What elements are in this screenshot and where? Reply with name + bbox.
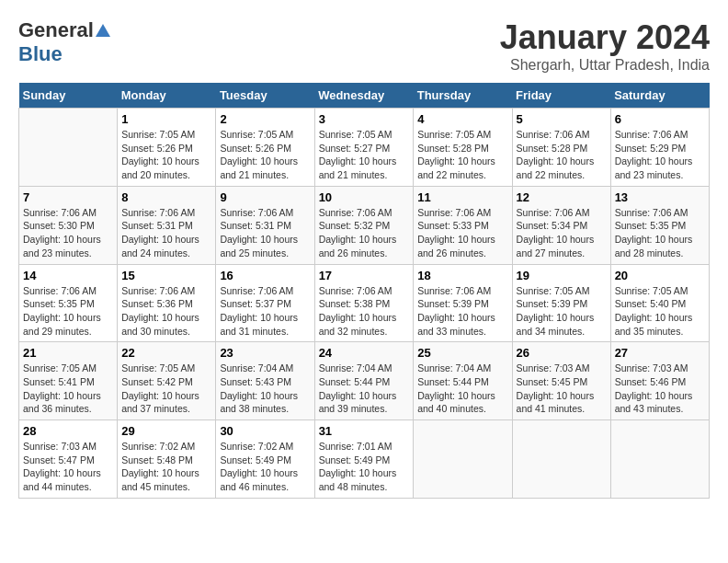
daylight-hours: Daylight: 10 hours and 27 minutes. (517, 234, 595, 259)
logo-triangle-icon (96, 24, 110, 37)
calendar-cell: 2 Sunrise: 7:05 AM Sunset: 5:26 PM Dayli… (216, 109, 314, 187)
calendar-subtitle: Shergarh, Uttar Pradesh, India (500, 57, 710, 74)
daylight-hours: Daylight: 10 hours and 28 minutes. (615, 234, 693, 259)
sunset-time: Sunset: 5:38 PM (319, 298, 391, 309)
daylight-hours: Daylight: 10 hours and 23 minutes. (615, 155, 693, 180)
day-header-sunday: Sunday (19, 83, 118, 109)
day-info: Sunrise: 7:05 AM Sunset: 5:39 PM Dayligh… (517, 284, 607, 339)
day-info: Sunrise: 7:03 AM Sunset: 5:47 PM Dayligh… (23, 440, 113, 494)
day-number: 28 (23, 424, 113, 438)
day-info: Sunrise: 7:05 AM Sunset: 5:40 PM Dayligh… (615, 284, 705, 339)
day-info: Sunrise: 7:06 AM Sunset: 5:32 PM Dayligh… (319, 206, 410, 260)
day-info: Sunrise: 7:06 AM Sunset: 5:33 PM Dayligh… (417, 206, 507, 260)
calendar-week-row: 7 Sunrise: 7:06 AM Sunset: 5:30 PM Dayli… (19, 186, 710, 264)
sunrise-time: Sunrise: 7:05 AM (417, 129, 491, 140)
calendar-cell (512, 420, 610, 499)
page-header: General Blue January 2024 Shergarh, Utta… (18, 18, 710, 74)
title-section: January 2024 Shergarh, Uttar Pradesh, In… (500, 18, 710, 74)
daylight-hours: Daylight: 10 hours and 45 minutes. (121, 467, 199, 492)
sunrise-time: Sunrise: 7:06 AM (319, 207, 392, 218)
sunset-time: Sunset: 5:39 PM (517, 298, 588, 309)
day-info: Sunrise: 7:05 AM Sunset: 5:26 PM Dayligh… (220, 128, 310, 182)
sunset-time: Sunset: 5:32 PM (319, 220, 391, 231)
sunrise-time: Sunrise: 7:03 AM (517, 362, 590, 373)
day-number: 14 (23, 269, 113, 282)
calendar-cell: 29 Sunrise: 7:02 AM Sunset: 5:48 PM Dayl… (118, 420, 216, 499)
day-info: Sunrise: 7:06 AM Sunset: 5:31 PM Dayligh… (220, 206, 310, 260)
sunrise-time: Sunrise: 7:05 AM (220, 129, 293, 140)
sunrise-time: Sunrise: 7:06 AM (417, 285, 491, 296)
sunrise-time: Sunrise: 7:06 AM (517, 129, 590, 140)
day-number: 27 (615, 346, 705, 360)
calendar-cell: 6 Sunrise: 7:06 AM Sunset: 5:29 PM Dayli… (610, 109, 709, 187)
sunset-time: Sunset: 5:28 PM (417, 143, 489, 154)
day-info: Sunrise: 7:03 AM Sunset: 5:45 PM Dayligh… (517, 362, 607, 416)
sunrise-time: Sunrise: 7:06 AM (319, 285, 392, 296)
daylight-hours: Daylight: 10 hours and 46 minutes. (220, 467, 298, 492)
calendar-cell: 26 Sunrise: 7:03 AM Sunset: 5:45 PM Dayl… (512, 342, 610, 420)
day-number: 5 (517, 112, 607, 126)
day-header-wednesday: Wednesday (314, 83, 414, 109)
day-number: 24 (319, 346, 410, 360)
daylight-hours: Daylight: 10 hours and 33 minutes. (417, 312, 495, 337)
daylight-hours: Daylight: 10 hours and 48 minutes. (319, 467, 397, 492)
day-number: 3 (319, 112, 410, 126)
sunset-time: Sunset: 5:48 PM (121, 454, 193, 465)
sunrise-time: Sunrise: 7:04 AM (220, 362, 293, 373)
sunset-time: Sunset: 5:44 PM (319, 376, 391, 387)
sunrise-time: Sunrise: 7:06 AM (220, 207, 293, 218)
calendar-week-row: 21 Sunrise: 7:05 AM Sunset: 5:41 PM Dayl… (19, 342, 710, 420)
day-info: Sunrise: 7:02 AM Sunset: 5:49 PM Dayligh… (220, 440, 310, 494)
daylight-hours: Daylight: 10 hours and 32 minutes. (319, 312, 397, 337)
daylight-hours: Daylight: 10 hours and 22 minutes. (417, 155, 495, 180)
sunrise-time: Sunrise: 7:06 AM (23, 207, 97, 218)
sunset-time: Sunset: 5:49 PM (220, 454, 291, 465)
calendar-cell: 16 Sunrise: 7:06 AM Sunset: 5:37 PM Dayl… (216, 264, 314, 342)
day-number: 20 (615, 269, 705, 282)
day-header-tuesday: Tuesday (216, 83, 314, 109)
daylight-hours: Daylight: 10 hours and 35 minutes. (615, 312, 693, 337)
day-number: 16 (220, 269, 310, 282)
sunset-time: Sunset: 5:44 PM (417, 376, 489, 387)
logo-general: General (18, 18, 94, 42)
sunrise-time: Sunrise: 7:03 AM (615, 362, 688, 373)
day-info: Sunrise: 7:06 AM Sunset: 5:34 PM Dayligh… (517, 206, 607, 260)
sunrise-time: Sunrise: 7:06 AM (517, 207, 590, 218)
sunrise-time: Sunrise: 7:06 AM (615, 207, 688, 218)
day-number: 12 (517, 190, 607, 204)
sunset-time: Sunset: 5:41 PM (23, 376, 95, 387)
sunrise-time: Sunrise: 7:06 AM (121, 285, 195, 296)
day-info: Sunrise: 7:06 AM Sunset: 5:29 PM Dayligh… (615, 128, 705, 182)
logo: General Blue (18, 18, 110, 66)
day-info: Sunrise: 7:05 AM Sunset: 5:27 PM Dayligh… (319, 128, 410, 182)
daylight-hours: Daylight: 10 hours and 41 minutes. (517, 390, 595, 415)
sunrise-time: Sunrise: 7:06 AM (615, 129, 688, 140)
calendar-cell: 7 Sunrise: 7:06 AM Sunset: 5:30 PM Dayli… (19, 186, 118, 264)
day-number: 26 (517, 346, 607, 360)
sunset-time: Sunset: 5:35 PM (615, 220, 687, 231)
sunset-time: Sunset: 5:35 PM (23, 298, 95, 309)
sunset-time: Sunset: 5:30 PM (23, 220, 95, 231)
daylight-hours: Daylight: 10 hours and 25 minutes. (220, 234, 298, 259)
daylight-hours: Daylight: 10 hours and 39 minutes. (319, 390, 397, 415)
daylight-hours: Daylight: 10 hours and 26 minutes. (417, 234, 495, 259)
sunset-time: Sunset: 5:34 PM (517, 220, 588, 231)
calendar-cell: 3 Sunrise: 7:05 AM Sunset: 5:27 PM Dayli… (314, 109, 414, 187)
sunset-time: Sunset: 5:40 PM (615, 298, 687, 309)
sunrise-time: Sunrise: 7:05 AM (319, 129, 392, 140)
day-info: Sunrise: 7:06 AM Sunset: 5:35 PM Dayligh… (23, 284, 113, 339)
calendar-cell (414, 420, 512, 499)
day-info: Sunrise: 7:05 AM Sunset: 5:28 PM Dayligh… (417, 128, 507, 182)
day-header-friday: Friday (512, 83, 610, 109)
daylight-hours: Daylight: 10 hours and 38 minutes. (220, 390, 298, 415)
sunset-time: Sunset: 5:45 PM (517, 376, 588, 387)
day-header-saturday: Saturday (610, 83, 709, 109)
calendar-cell: 8 Sunrise: 7:06 AM Sunset: 5:31 PM Dayli… (118, 186, 216, 264)
daylight-hours: Daylight: 10 hours and 37 minutes. (121, 390, 199, 415)
day-header-monday: Monday (118, 83, 216, 109)
sunset-time: Sunset: 5:27 PM (319, 143, 391, 154)
calendar-cell: 12 Sunrise: 7:06 AM Sunset: 5:34 PM Dayl… (512, 186, 610, 264)
sunset-time: Sunset: 5:33 PM (417, 220, 489, 231)
daylight-hours: Daylight: 10 hours and 43 minutes. (615, 390, 693, 415)
day-info: Sunrise: 7:04 AM Sunset: 5:44 PM Dayligh… (319, 362, 410, 416)
